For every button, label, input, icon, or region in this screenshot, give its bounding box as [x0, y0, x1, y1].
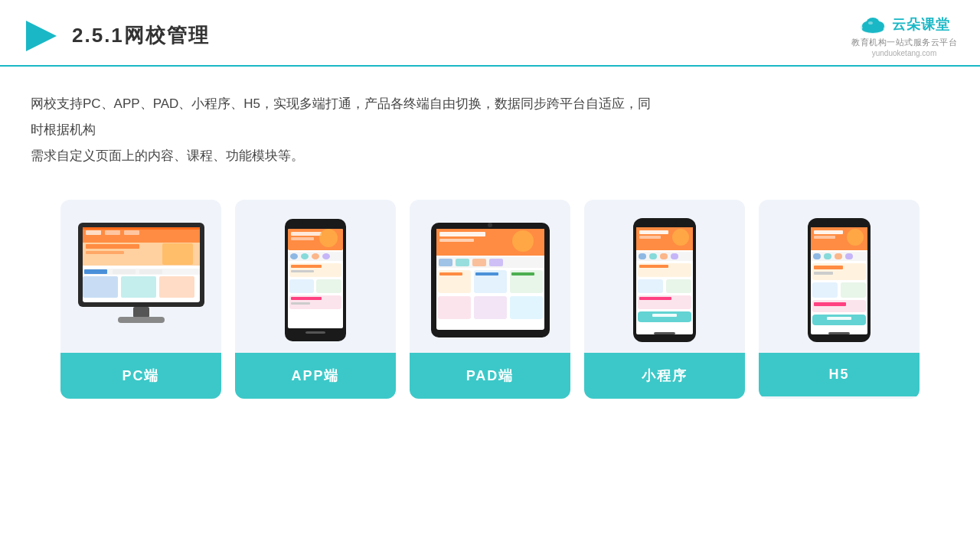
svg-rect-14 [124, 230, 139, 235]
app-device-icon [281, 215, 350, 345]
svg-rect-17 [86, 251, 124, 254]
svg-rect-21 [113, 269, 136, 274]
svg-rect-99 [813, 253, 821, 259]
svg-rect-48 [305, 331, 325, 334]
card-mini: 小程序 [584, 200, 745, 399]
svg-rect-16 [86, 244, 139, 249]
svg-rect-18 [162, 243, 193, 265]
pc-device-icon [70, 215, 212, 345]
svg-rect-89 [652, 314, 677, 317]
card-pc: PC端 [60, 200, 221, 399]
svg-rect-95 [814, 230, 843, 234]
cards-container: PC端 [0, 184, 980, 422]
svg-rect-38 [312, 253, 319, 259]
svg-rect-111 [827, 317, 851, 320]
svg-marker-0 [26, 21, 57, 51]
svg-rect-24 [121, 276, 156, 298]
svg-rect-42 [291, 270, 314, 272]
svg-rect-104 [814, 266, 843, 269]
svg-rect-64 [475, 272, 498, 276]
svg-point-51 [488, 223, 492, 227]
svg-rect-67 [438, 296, 471, 319]
svg-rect-69 [510, 296, 543, 319]
card-pad-image [410, 200, 570, 353]
cloud-icon [858, 14, 887, 35]
card-h5-label: H5 [759, 353, 920, 396]
svg-rect-112 [828, 332, 850, 334]
logo-cloud: 云朵课堂 [858, 14, 950, 35]
svg-rect-93 [827, 218, 851, 226]
svg-rect-85 [666, 279, 691, 293]
svg-rect-72 [652, 218, 677, 226]
svg-rect-12 [86, 230, 101, 235]
h5-device-icon [805, 216, 873, 344]
svg-rect-81 [671, 253, 678, 259]
svg-rect-32 [291, 232, 322, 236]
svg-rect-26 [133, 307, 149, 318]
svg-rect-37 [301, 253, 309, 259]
logo-url: yunduoketang.com [872, 49, 937, 57]
card-mini-image [584, 200, 745, 353]
svg-rect-22 [139, 269, 162, 274]
svg-rect-66 [511, 272, 534, 276]
card-h5-image [759, 200, 920, 353]
svg-rect-96 [814, 236, 835, 239]
svg-rect-62 [439, 272, 462, 276]
svg-rect-107 [841, 282, 866, 298]
svg-rect-102 [845, 253, 853, 259]
logo-tagline: 教育机构一站式服务云平台 [851, 37, 957, 48]
svg-point-76 [672, 229, 689, 246]
description-paragraph: 网校支持PC、APP、PAD、小程序、H5，实现多端打通，产品各终端自由切换，数… [31, 91, 658, 169]
svg-rect-11 [83, 227, 200, 230]
svg-point-55 [512, 230, 534, 252]
svg-rect-106 [812, 282, 838, 298]
card-pad: PAD端 [410, 200, 570, 399]
logo-text: 云朵课堂 [892, 15, 950, 34]
description-text: 网校支持PC、APP、PAD、小程序、H5，实现多端打通，产品各终端自由切换，数… [0, 67, 689, 184]
card-app: APP端 [235, 200, 396, 399]
svg-rect-27 [118, 317, 165, 323]
svg-rect-36 [290, 253, 298, 259]
svg-rect-33 [291, 237, 314, 240]
svg-rect-57 [439, 259, 452, 266]
svg-rect-13 [105, 230, 120, 235]
svg-rect-46 [291, 297, 322, 300]
mini-device-icon [631, 216, 698, 344]
svg-rect-87 [639, 297, 671, 300]
svg-rect-47 [291, 302, 310, 305]
svg-rect-30 [302, 219, 328, 227]
svg-rect-54 [439, 239, 474, 242]
svg-rect-20 [84, 269, 107, 274]
card-h5: H5 [759, 200, 920, 399]
header-left: 2.5.1网校管理 [23, 18, 210, 54]
svg-rect-58 [456, 259, 469, 266]
svg-point-34 [319, 229, 338, 247]
svg-rect-80 [660, 253, 668, 259]
page-title: 2.5.1网校管理 [72, 22, 210, 49]
card-mini-label: 小程序 [584, 353, 745, 399]
pad-device-icon [427, 215, 554, 345]
svg-point-6 [862, 25, 884, 33]
header: 2.5.1网校管理 云朵课堂 教育机构一站式服务云平台 yunduoketang… [0, 0, 980, 67]
svg-rect-83 [639, 265, 668, 268]
svg-rect-68 [474, 296, 507, 319]
svg-point-7 [868, 21, 873, 24]
svg-rect-101 [835, 253, 842, 259]
play-icon [23, 18, 60, 54]
svg-rect-78 [639, 253, 646, 259]
svg-point-97 [847, 229, 864, 246]
card-pad-label: PAD端 [410, 353, 570, 399]
svg-rect-84 [638, 279, 663, 293]
svg-rect-53 [439, 232, 485, 236]
svg-rect-100 [824, 253, 831, 259]
svg-rect-39 [322, 253, 330, 259]
svg-rect-74 [639, 230, 668, 234]
card-app-label: APP端 [235, 353, 396, 399]
svg-rect-60 [489, 259, 503, 266]
card-app-image [235, 200, 396, 353]
svg-rect-43 [289, 279, 314, 293]
svg-rect-105 [814, 272, 833, 275]
svg-rect-90 [654, 332, 675, 334]
svg-rect-79 [649, 253, 657, 259]
svg-rect-41 [291, 265, 322, 268]
